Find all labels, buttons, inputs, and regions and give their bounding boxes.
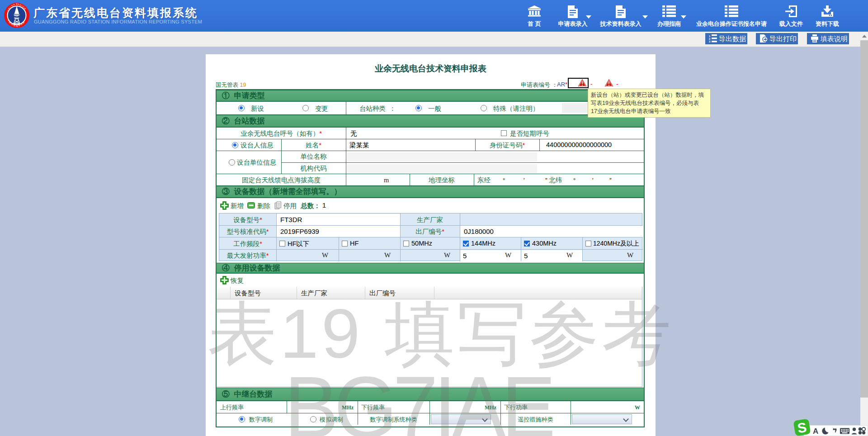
svg-text:1: 1 — [709, 35, 711, 38]
svg-text:3: 3 — [709, 40, 711, 43]
svg-text:A: A — [813, 427, 818, 435]
